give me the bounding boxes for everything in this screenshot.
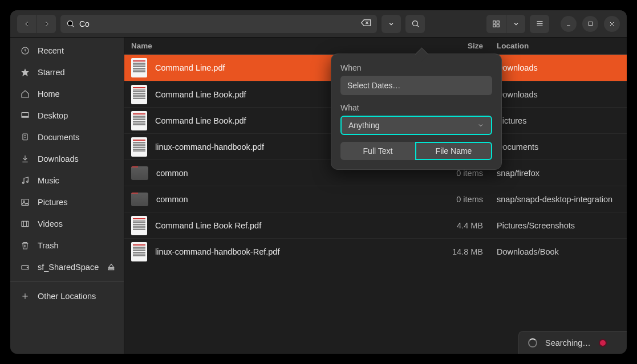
sidebar-item-label: sf_SharedSpace — [38, 263, 99, 272]
file-type-dropdown[interactable]: Anything — [340, 116, 492, 135]
sidebar-item-sf-sharedspace[interactable]: sf_SharedSpace — [10, 256, 124, 278]
sidebar-item-documents[interactable]: Documents — [10, 126, 124, 148]
search-bar — [60, 15, 377, 33]
trash-icon — [21, 241, 30, 250]
hamburger-menu-button[interactable] — [530, 15, 549, 33]
sidebar-item-desktop[interactable]: Desktop — [10, 105, 124, 126]
sidebar-item-label: Other Locations — [38, 292, 96, 301]
file-name-label: linux-command-handbook-Ref.pdf — [155, 247, 441, 256]
file-location-label: snap/snapd-desktop-integration — [492, 195, 627, 204]
backspace-icon — [361, 19, 371, 27]
file-location-label: Documents — [492, 142, 627, 152]
minimize-icon — [565, 21, 572, 27]
svg-rect-21 — [23, 134, 27, 140]
close-button[interactable] — [604, 16, 620, 32]
file-location-label: Downloads/Book — [492, 247, 627, 256]
downloads-icon — [21, 154, 30, 163]
record-indicator-icon — [599, 339, 607, 347]
svg-line-1 — [72, 25, 74, 27]
view-switcher — [486, 15, 525, 33]
sidebar-item-pictures[interactable]: Pictures — [10, 191, 124, 213]
minimize-button[interactable] — [561, 16, 577, 32]
home-icon — [21, 89, 30, 99]
drive-icon — [21, 263, 30, 272]
svg-rect-9 — [497, 24, 499, 27]
file-manager-window: RecentStarredHomeDesktopDocumentsDownloa… — [10, 10, 627, 354]
when-label: When — [340, 63, 492, 72]
svg-rect-14 — [589, 22, 592, 25]
back-button[interactable] — [17, 15, 36, 33]
file-thumbnail — [131, 216, 147, 235]
column-name[interactable]: Name — [131, 42, 441, 50]
chevron-right-icon — [43, 20, 51, 28]
file-location-label: Pictures — [492, 116, 627, 125]
full-text-button[interactable]: Full Text — [340, 142, 415, 160]
file-location-label: snap/firefox — [492, 169, 627, 178]
eject-icon[interactable] — [107, 263, 116, 272]
clear-search-button[interactable] — [361, 19, 371, 28]
file-size-label: 14.8 MB — [441, 247, 492, 256]
sidebar-item-downloads[interactable]: Downloads — [10, 148, 124, 170]
folder-icon — [131, 193, 148, 206]
column-headers[interactable]: Name Size Location — [124, 38, 627, 55]
clock-icon — [21, 46, 30, 55]
sidebar: RecentStarredHomeDesktopDocumentsDownloa… — [10, 38, 124, 354]
search-options-dropdown-button[interactable] — [382, 15, 401, 33]
select-dates-button[interactable]: Select Dates… — [340, 76, 492, 95]
column-size[interactable]: Size — [441, 42, 492, 50]
sidebar-item-recent[interactable]: Recent — [10, 40, 124, 62]
window-controls — [561, 16, 620, 32]
forward-button[interactable] — [36, 15, 56, 33]
search-input[interactable] — [79, 19, 356, 28]
file-name-label: Command Line Book Ref.pdf — [155, 221, 441, 230]
sidebar-item-label: Recent — [38, 46, 64, 55]
svg-rect-19 — [22, 113, 29, 118]
sidebar-item-other-locations[interactable]: Other Locations — [10, 285, 124, 307]
sidebar-item-label: Starred — [38, 68, 65, 77]
what-label: What — [340, 103, 492, 112]
sidebar-item-videos[interactable]: Videos — [10, 213, 124, 235]
sidebar-item-starred[interactable]: Starred — [10, 62, 124, 83]
status-bar: Searching… — [518, 331, 627, 354]
column-location[interactable]: Location — [492, 42, 627, 50]
svg-point-4 — [412, 21, 417, 26]
svg-rect-37 — [109, 269, 114, 270]
file-location-label: Downloads — [492, 63, 627, 72]
svg-rect-7 — [497, 21, 499, 23]
body: RecentStarredHomeDesktopDocumentsDownloa… — [10, 38, 627, 354]
toolbar — [10, 10, 627, 38]
status-text: Searching… — [545, 338, 591, 347]
svg-marker-36 — [109, 264, 114, 268]
documents-icon — [21, 133, 30, 142]
file-thumbnail — [131, 111, 147, 130]
search-icon — [411, 19, 420, 28]
folder-icon — [131, 166, 148, 180]
sidebar-item-home[interactable]: Home — [10, 83, 124, 105]
result-row[interactable]: common0 itemssnap/snapd-desktop-integrat… — [124, 186, 627, 212]
svg-line-5 — [417, 25, 419, 27]
sidebar-item-trash[interactable]: Trash — [10, 235, 124, 256]
chevron-left-icon — [23, 20, 31, 28]
file-name-button[interactable]: File Name — [415, 142, 492, 160]
svg-point-0 — [68, 21, 73, 26]
sidebar-separator — [10, 281, 124, 282]
file-size-label: 0 items — [441, 195, 492, 204]
sidebar-item-label: Home — [38, 89, 60, 99]
sidebar-item-music[interactable]: Music — [10, 170, 124, 191]
music-icon — [21, 176, 30, 185]
file-location-label: Pictures/Screenshots — [492, 221, 627, 230]
maximize-button[interactable] — [582, 16, 598, 32]
grid-view-button[interactable] — [486, 15, 506, 33]
chevron-down-icon — [513, 21, 520, 27]
file-location-label: Downloads — [492, 90, 627, 99]
search-toggle-button[interactable] — [405, 15, 425, 33]
maximize-icon — [587, 21, 594, 27]
file-name-label: common — [156, 195, 441, 204]
view-options-button[interactable] — [506, 15, 525, 33]
file-thumbnail — [131, 85, 147, 104]
result-row[interactable]: Command Line Book Ref.pdf4.4 MBPictures/… — [124, 212, 627, 238]
svg-point-35 — [27, 267, 27, 268]
svg-rect-27 — [22, 199, 29, 206]
svg-rect-8 — [493, 24, 496, 27]
result-row[interactable]: linux-command-handbook-Ref.pdf14.8 MBDow… — [124, 238, 627, 264]
